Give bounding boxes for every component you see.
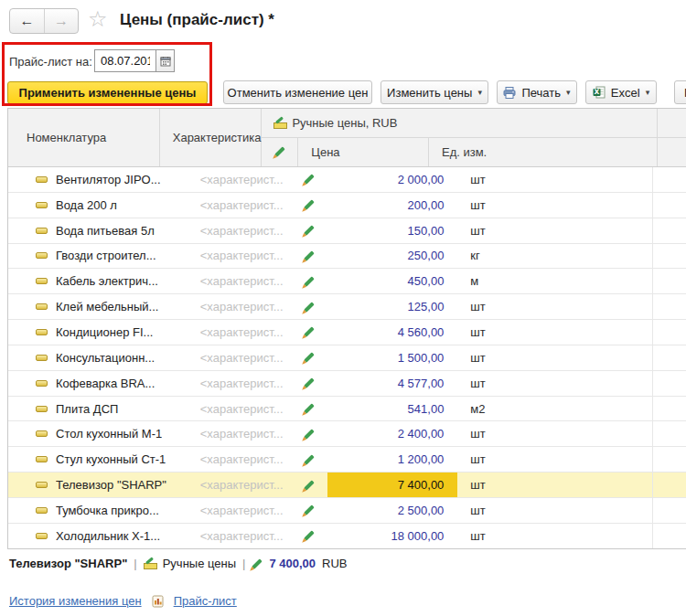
selected-item-name: Телевизор "SHARP" [9,557,127,570]
unit-cell: шт [457,294,652,319]
favorite-star-icon[interactable]: ☆ [88,7,108,31]
print-menu-button[interactable]: Печать ▾ [497,80,577,104]
clipped-cell [652,193,686,218]
table-row[interactable]: Вентилятор JIPO... <характерист... 2 000… [8,167,686,193]
cancel-price-changes-button[interactable]: Отменить изменение цен [223,80,372,104]
table-row[interactable]: Кабель электрич... <характерист... 450,0… [8,269,686,294]
column-header-nomenclature[interactable]: Номенклатура [8,109,160,166]
column-header-price[interactable]: Цена [298,138,429,166]
excel-icon: X [593,86,606,99]
apply-changed-prices-button[interactable]: Применить измененные цены [7,81,208,104]
item-characteristic: <характерист... [188,524,291,548]
price-cell[interactable]: 2 500,00 [327,498,458,523]
price-cell[interactable]: 4 577,00 [327,371,458,396]
table-row[interactable]: Кондиционер FI... <характерист... 4 560,… [8,320,686,345]
table-row[interactable]: Тумбочка прикро... <характерист... 2 500… [8,498,686,524]
item-name: Стол кухонный М-1 [56,427,162,441]
item-icon [36,252,48,259]
price-group-label: Ручные цены, RUB [292,116,397,130]
pencil-icon [291,371,327,396]
item-characteristic: <характерист... [188,244,291,269]
price-cell[interactable]: 1 500,00 [327,345,458,370]
item-icon [36,202,48,208]
unit-cell: шт [457,524,652,548]
table-header: Номенклатура Характеристика Ручные цены,… [8,109,686,167]
item-name: Холодильник Х-1... [56,529,160,543]
column-header-characteristic[interactable]: Характеристика [160,109,263,166]
unit-cell: м [457,269,652,293]
back-button[interactable]: ← [10,9,44,33]
item-icon [36,456,48,462]
pencil-icon [291,193,327,218]
item-icon [36,228,48,234]
item-name: Кабель электрич... [56,274,158,288]
table-row[interactable]: Кофеварка BRA... <характерист... 4 577,0… [8,371,686,397]
price-cell[interactable]: 125,00 [327,294,458,319]
column-header-edit[interactable] [262,138,298,166]
column-header-price-group[interactable]: Ручные цены, RUB [262,109,657,138]
column-header-unit[interactable]: Ед. изм. [429,138,657,166]
window-header: ← → ☆ Цены (прайс-лист) * [0,0,686,40]
selection-summary: Телевизор "SHARP" | Ручные цены | 7 400,… [9,557,348,570]
item-icon [36,482,48,488]
clipped-toolbar-button[interactable]: П [674,80,686,104]
price-cell[interactable]: 4 560,00 [327,320,458,345]
calendar-icon[interactable] [155,49,175,72]
table-row[interactable]: Гвозди строител... <характерист... 250,0… [8,244,686,270]
pencil-icon [291,473,327,497]
table-row[interactable]: Клей мебельный... <характерист... 125,00… [8,294,686,320]
item-name: Клей мебельный... [56,300,158,313]
price-cell[interactable]: 18 000,00 [327,524,458,548]
table-row[interactable]: Стул кухонный Ст-1 <характерист... 1 200… [8,447,686,473]
clipped-cell [652,269,686,293]
excel-menu-button[interactable]: X Excel ▾ [585,80,657,104]
pencil-icon [291,498,327,523]
item-icon [36,406,48,412]
price-cell[interactable]: 450,00 [327,269,458,293]
item-characteristic: <характерист... [188,167,291,192]
pencil-icon [291,345,327,370]
item-characteristic: <характерист... [188,371,291,396]
item-name: Консультационн... [56,351,155,365]
change-prices-menu-button[interactable]: Изменить цены ▾ [381,80,488,104]
table-row[interactable]: Холодильник Х-1... <характерист... 18 00… [8,524,686,549]
item-characteristic: <характерист... [188,294,291,319]
price-cell[interactable]: 541,00 [327,397,458,421]
clipped-cell [652,447,686,472]
price-cell[interactable]: 250,00 [327,244,458,269]
svg-text:X: X [594,88,599,96]
clipped-cell [652,294,686,319]
price-history-link[interactable]: История изменения цен [9,594,142,608]
price-cell[interactable]: 1 200,00 [327,447,458,472]
chevron-down-icon: ▾ [566,89,571,97]
pencil-icon [291,244,327,269]
pencil-icon [291,421,327,446]
price-cell[interactable]: 2 400,00 [327,421,458,446]
table-row-selected[interactable]: Телевизор "SHARP" <характерист... 7 400,… [8,473,686,498]
date-input[interactable] [94,49,155,72]
table-row[interactable]: Плита ДСП <характерист... 541,00 м2 [8,397,686,422]
table-row[interactable]: Вода питьевая 5л <характерист... 150,00 … [8,218,686,244]
item-characteristic: <характерист... [188,447,291,472]
table-row[interactable]: Вода 200 л <характерист... 200,00 шт [8,193,686,218]
item-characteristic: <характерист... [188,473,291,497]
pencil-icon [291,524,327,548]
item-name: Стул кухонный Ст-1 [56,452,166,466]
price-cell-selected[interactable]: 7 400,00 [327,473,458,497]
price-cell[interactable]: 150,00 [327,218,458,243]
price-cell[interactable]: 200,00 [327,193,458,218]
printer-icon [503,87,516,99]
item-name: Вода 200 л [56,198,117,212]
clipped-cell [652,397,686,421]
pencil-icon [291,320,327,345]
clipped-cell [652,524,686,548]
pencil-icon [252,558,263,568]
unit-cell: шт [457,447,652,472]
price-cell[interactable]: 2 000,00 [327,167,458,192]
table-row[interactable]: Консультационн... <характерист... 1 500,… [8,345,686,371]
unit-cell: шт [457,473,652,497]
chevron-down-icon: ▾ [646,89,650,97]
price-list-link[interactable]: Прайс-лист [174,594,237,608]
table-row[interactable]: Стол кухонный М-1 <характерист... 2 400,… [8,421,686,447]
forward-button[interactable]: → [44,9,78,33]
